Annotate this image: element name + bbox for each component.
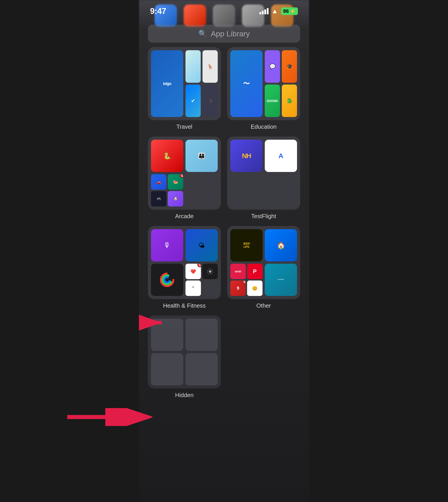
- hidden-slot-4: [185, 353, 218, 385]
- weather-app-icon[interactable]: 🌤: [185, 229, 218, 261]
- health-fitness-label: Health & Fitness: [163, 302, 206, 309]
- familyguy-app-icon[interactable]: 👨‍👩‍👦: [185, 140, 218, 172]
- puzzle-app-icon[interactable]: 🐶: [168, 191, 183, 206]
- wifi-icon: ▲: [272, 8, 278, 15]
- hillclimb-app-icon[interactable]: 🚗: [151, 174, 166, 190]
- home-app-icon[interactable]: 🏠: [265, 229, 297, 261]
- snake-app-icon[interactable]: 🐍: [151, 140, 183, 172]
- maps-mini-icon[interactable]: [185, 50, 201, 83]
- category-arcade[interactable]: 🐍 👨‍👩‍👦 🚗 🍉1 🎮 🐶 Arcade: [148, 136, 221, 220]
- hidden-label: Hidden: [175, 392, 193, 399]
- faceapp-icon[interactable]: 😊: [247, 281, 263, 296]
- health-app-icon[interactable]: ❤️1: [185, 264, 201, 279]
- category-other[interactable]: JEEPLIFE 🏠 airtel P 92 😊 〰 Other: [227, 226, 300, 309]
- education-folder[interactable]: 〜 💬 🎓 IDIOMS 🐉: [227, 47, 300, 120]
- pinterest-app-icon[interactable]: P: [247, 264, 263, 279]
- deer-app-icon[interactable]: 🦌: [203, 50, 218, 83]
- education-label: Education: [251, 123, 277, 130]
- arrow-svg: [67, 408, 152, 426]
- arcade-label: Arcade: [175, 213, 193, 220]
- category-travel[interactable]: ixigo 🦌 ✔ ☽ Travel: [148, 47, 221, 130]
- category-testflight[interactable]: NH A TestFlight: [227, 136, 300, 220]
- fruitninja-app-icon[interactable]: 🍉1: [168, 174, 183, 190]
- travel-folder[interactable]: ixigo 🦌 ✔ ☽: [148, 47, 221, 120]
- graduation-app-icon[interactable]: 🎓: [282, 50, 297, 83]
- podcasts-app-icon[interactable]: 🎙: [151, 229, 183, 261]
- battery-percent: 86: [283, 8, 289, 14]
- app-library-content: ixigo 🦌 ✔ ☽ Travel: [148, 47, 300, 502]
- artstudio-app-icon[interactable]: A: [265, 140, 297, 172]
- category-education[interactable]: 〜 💬 🎓 IDIOMS 🐉 Education: [227, 47, 300, 130]
- nh-app-icon[interactable]: NH: [230, 140, 263, 172]
- darkgame-app-icon[interactable]: 🎮: [151, 191, 166, 206]
- arcade-folder[interactable]: 🐍 👨‍👩‍👦 🚗 🍉1 🎮 🐶: [148, 136, 221, 210]
- status-time: 9:47: [150, 6, 166, 16]
- airtel-app-icon[interactable]: airtel: [230, 264, 246, 279]
- idioms-app-icon[interactable]: IDIOMS: [265, 84, 280, 117]
- checklist-app-icon[interactable]: ✔: [185, 84, 201, 117]
- 9app-icon[interactable]: 92: [230, 281, 246, 296]
- crescent-app-icon[interactable]: ☽: [203, 84, 218, 117]
- hidden-slot-3: [151, 353, 183, 385]
- travel-label: Travel: [176, 123, 192, 130]
- ixigo-app-icon[interactable]: ixigo: [151, 50, 183, 117]
- categories-grid: ixigo 🦌 ✔ ☽ Travel: [148, 47, 300, 399]
- signal-icon: [259, 8, 269, 14]
- category-health-fitness[interactable]: 🎙 🌤 ❤️1: [148, 226, 221, 309]
- hidden-slot-2: [185, 318, 218, 351]
- search-bar[interactable]: 🔍 App Library: [148, 25, 300, 43]
- other-folder[interactable]: JEEPLIFE 🏠 airtel P 92 😊 〰: [227, 226, 300, 299]
- battery-indicator: 86⚡: [281, 7, 298, 15]
- phone-screen: 9:47 ▲ 86⚡ 🔍 App Library: [139, 0, 309, 502]
- search-icon: 🔍: [198, 29, 207, 38]
- edu-main-app-icon[interactable]: 〜: [230, 50, 263, 117]
- testflight-empty-1: [230, 174, 263, 206]
- red-arrow-container: [67, 408, 152, 426]
- activity-app-icon[interactable]: [151, 264, 183, 296]
- health-fitness-folder[interactable]: 🎙 🌤 ❤️1: [148, 226, 221, 299]
- fitnessplus-app-icon[interactable]: [202, 264, 218, 279]
- testflight-folder[interactable]: NH A: [227, 136, 300, 210]
- speech-app-icon[interactable]: 💬: [265, 50, 280, 83]
- status-icons: ▲ 86⚡: [259, 7, 298, 15]
- edu-game-icon[interactable]: 🐉: [282, 84, 297, 117]
- testflight-label: TestFlight: [251, 213, 276, 220]
- other-label: Other: [256, 302, 271, 309]
- wave-app-icon[interactable]: 〰: [265, 264, 297, 296]
- testflight-empty-2: [265, 174, 297, 206]
- jeeplife-app-icon[interactable]: JEEPLIFE: [230, 229, 263, 261]
- search-placeholder: App Library: [211, 29, 250, 38]
- quotes-app-icon[interactable]: ": [185, 281, 201, 296]
- red-arrow: [139, 314, 170, 332]
- status-bar: 9:47 ▲ 86⚡: [139, 0, 309, 18]
- svg-point-5: [164, 277, 170, 283]
